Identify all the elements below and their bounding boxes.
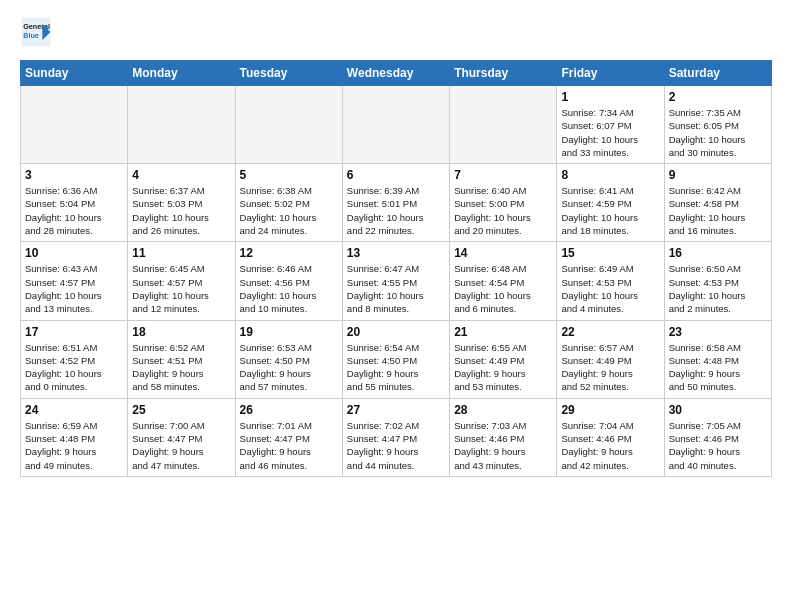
svg-text:Blue: Blue	[23, 31, 39, 40]
calendar-cell: 4Sunrise: 6:37 AM Sunset: 5:03 PM Daylig…	[128, 164, 235, 242]
day-number: 14	[454, 246, 552, 260]
day-info: Sunrise: 6:36 AM Sunset: 5:04 PM Dayligh…	[25, 184, 123, 237]
calendar-cell: 13Sunrise: 6:47 AM Sunset: 4:55 PM Dayli…	[342, 242, 449, 320]
calendar-cell: 1Sunrise: 7:34 AM Sunset: 6:07 PM Daylig…	[557, 86, 664, 164]
calendar-cell: 26Sunrise: 7:01 AM Sunset: 4:47 PM Dayli…	[235, 398, 342, 476]
calendar-cell: 20Sunrise: 6:54 AM Sunset: 4:50 PM Dayli…	[342, 320, 449, 398]
day-info: Sunrise: 7:01 AM Sunset: 4:47 PM Dayligh…	[240, 419, 338, 472]
calendar-cell: 25Sunrise: 7:00 AM Sunset: 4:47 PM Dayli…	[128, 398, 235, 476]
calendar-cell: 19Sunrise: 6:53 AM Sunset: 4:50 PM Dayli…	[235, 320, 342, 398]
day-info: Sunrise: 7:03 AM Sunset: 4:46 PM Dayligh…	[454, 419, 552, 472]
calendar-cell: 14Sunrise: 6:48 AM Sunset: 4:54 PM Dayli…	[450, 242, 557, 320]
weekday-header: Thursday	[450, 61, 557, 86]
calendar-cell: 27Sunrise: 7:02 AM Sunset: 4:47 PM Dayli…	[342, 398, 449, 476]
day-info: Sunrise: 6:51 AM Sunset: 4:52 PM Dayligh…	[25, 341, 123, 394]
calendar-cell: 11Sunrise: 6:45 AM Sunset: 4:57 PM Dayli…	[128, 242, 235, 320]
day-number: 24	[25, 403, 123, 417]
calendar-week-row: 1Sunrise: 7:34 AM Sunset: 6:07 PM Daylig…	[21, 86, 772, 164]
calendar-cell: 6Sunrise: 6:39 AM Sunset: 5:01 PM Daylig…	[342, 164, 449, 242]
day-info: Sunrise: 6:50 AM Sunset: 4:53 PM Dayligh…	[669, 262, 767, 315]
calendar-cell: 7Sunrise: 6:40 AM Sunset: 5:00 PM Daylig…	[450, 164, 557, 242]
calendar-cell: 23Sunrise: 6:58 AM Sunset: 4:48 PM Dayli…	[664, 320, 771, 398]
day-number: 28	[454, 403, 552, 417]
day-number: 10	[25, 246, 123, 260]
day-info: Sunrise: 7:00 AM Sunset: 4:47 PM Dayligh…	[132, 419, 230, 472]
calendar-week-row: 24Sunrise: 6:59 AM Sunset: 4:48 PM Dayli…	[21, 398, 772, 476]
weekday-header-row: SundayMondayTuesdayWednesdayThursdayFrid…	[21, 61, 772, 86]
day-info: Sunrise: 6:40 AM Sunset: 5:00 PM Dayligh…	[454, 184, 552, 237]
day-number: 13	[347, 246, 445, 260]
day-info: Sunrise: 6:37 AM Sunset: 5:03 PM Dayligh…	[132, 184, 230, 237]
day-info: Sunrise: 7:35 AM Sunset: 6:05 PM Dayligh…	[669, 106, 767, 159]
day-info: Sunrise: 7:02 AM Sunset: 4:47 PM Dayligh…	[347, 419, 445, 472]
day-info: Sunrise: 6:47 AM Sunset: 4:55 PM Dayligh…	[347, 262, 445, 315]
day-number: 12	[240, 246, 338, 260]
calendar-cell: 12Sunrise: 6:46 AM Sunset: 4:56 PM Dayli…	[235, 242, 342, 320]
day-number: 11	[132, 246, 230, 260]
day-number: 26	[240, 403, 338, 417]
calendar-cell	[235, 86, 342, 164]
day-number: 1	[561, 90, 659, 104]
day-number: 9	[669, 168, 767, 182]
calendar-cell: 10Sunrise: 6:43 AM Sunset: 4:57 PM Dayli…	[21, 242, 128, 320]
day-info: Sunrise: 6:49 AM Sunset: 4:53 PM Dayligh…	[561, 262, 659, 315]
calendar-cell	[21, 86, 128, 164]
calendar-cell: 3Sunrise: 6:36 AM Sunset: 5:04 PM Daylig…	[21, 164, 128, 242]
day-number: 4	[132, 168, 230, 182]
weekday-header: Monday	[128, 61, 235, 86]
calendar-cell: 2Sunrise: 7:35 AM Sunset: 6:05 PM Daylig…	[664, 86, 771, 164]
day-info: Sunrise: 6:48 AM Sunset: 4:54 PM Dayligh…	[454, 262, 552, 315]
day-info: Sunrise: 6:46 AM Sunset: 4:56 PM Dayligh…	[240, 262, 338, 315]
logo-icon: General Blue	[20, 16, 52, 48]
logo: General Blue	[20, 16, 52, 48]
day-info: Sunrise: 6:55 AM Sunset: 4:49 PM Dayligh…	[454, 341, 552, 394]
day-info: Sunrise: 6:43 AM Sunset: 4:57 PM Dayligh…	[25, 262, 123, 315]
day-info: Sunrise: 6:39 AM Sunset: 5:01 PM Dayligh…	[347, 184, 445, 237]
weekday-header: Friday	[557, 61, 664, 86]
day-info: Sunrise: 6:57 AM Sunset: 4:49 PM Dayligh…	[561, 341, 659, 394]
day-number: 25	[132, 403, 230, 417]
day-info: Sunrise: 7:34 AM Sunset: 6:07 PM Dayligh…	[561, 106, 659, 159]
header: General Blue	[20, 16, 772, 48]
day-number: 29	[561, 403, 659, 417]
day-info: Sunrise: 6:42 AM Sunset: 4:58 PM Dayligh…	[669, 184, 767, 237]
calendar-cell	[342, 86, 449, 164]
day-number: 21	[454, 325, 552, 339]
weekday-header: Saturday	[664, 61, 771, 86]
day-number: 7	[454, 168, 552, 182]
calendar-cell: 8Sunrise: 6:41 AM Sunset: 4:59 PM Daylig…	[557, 164, 664, 242]
day-info: Sunrise: 6:59 AM Sunset: 4:48 PM Dayligh…	[25, 419, 123, 472]
day-number: 17	[25, 325, 123, 339]
page: General Blue SundayMondayTuesdayWednesda…	[0, 0, 792, 493]
calendar-cell: 15Sunrise: 6:49 AM Sunset: 4:53 PM Dayli…	[557, 242, 664, 320]
calendar-cell: 22Sunrise: 6:57 AM Sunset: 4:49 PM Dayli…	[557, 320, 664, 398]
weekday-header: Tuesday	[235, 61, 342, 86]
day-number: 8	[561, 168, 659, 182]
weekday-header: Sunday	[21, 61, 128, 86]
calendar-cell	[450, 86, 557, 164]
day-number: 3	[25, 168, 123, 182]
calendar-cell: 5Sunrise: 6:38 AM Sunset: 5:02 PM Daylig…	[235, 164, 342, 242]
day-info: Sunrise: 6:41 AM Sunset: 4:59 PM Dayligh…	[561, 184, 659, 237]
calendar-cell: 29Sunrise: 7:04 AM Sunset: 4:46 PM Dayli…	[557, 398, 664, 476]
day-info: Sunrise: 6:45 AM Sunset: 4:57 PM Dayligh…	[132, 262, 230, 315]
day-number: 5	[240, 168, 338, 182]
calendar-week-row: 10Sunrise: 6:43 AM Sunset: 4:57 PM Dayli…	[21, 242, 772, 320]
day-number: 18	[132, 325, 230, 339]
calendar-cell	[128, 86, 235, 164]
day-number: 6	[347, 168, 445, 182]
day-info: Sunrise: 6:53 AM Sunset: 4:50 PM Dayligh…	[240, 341, 338, 394]
day-info: Sunrise: 6:38 AM Sunset: 5:02 PM Dayligh…	[240, 184, 338, 237]
day-info: Sunrise: 7:04 AM Sunset: 4:46 PM Dayligh…	[561, 419, 659, 472]
day-number: 15	[561, 246, 659, 260]
calendar-cell: 30Sunrise: 7:05 AM Sunset: 4:46 PM Dayli…	[664, 398, 771, 476]
day-number: 16	[669, 246, 767, 260]
day-number: 19	[240, 325, 338, 339]
calendar-cell: 16Sunrise: 6:50 AM Sunset: 4:53 PM Dayli…	[664, 242, 771, 320]
day-number: 2	[669, 90, 767, 104]
day-number: 20	[347, 325, 445, 339]
calendar-cell: 21Sunrise: 6:55 AM Sunset: 4:49 PM Dayli…	[450, 320, 557, 398]
day-info: Sunrise: 7:05 AM Sunset: 4:46 PM Dayligh…	[669, 419, 767, 472]
calendar: SundayMondayTuesdayWednesdayThursdayFrid…	[20, 60, 772, 477]
calendar-cell: 24Sunrise: 6:59 AM Sunset: 4:48 PM Dayli…	[21, 398, 128, 476]
